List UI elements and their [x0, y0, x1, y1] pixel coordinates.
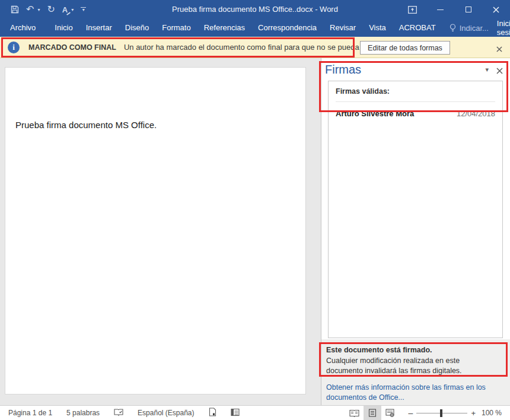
page-indicator[interactable]: Página 1 de 1: [8, 409, 52, 417]
list-divider: [336, 101, 495, 102]
edit-anyway-button[interactable]: Editar de todas formas: [360, 41, 450, 55]
minimize-button[interactable]: [426, 0, 454, 19]
ribbon-tab-row: Archivo Inicio Insertar Diseño Formato R…: [0, 19, 510, 37]
tab-vista[interactable]: Vista: [362, 19, 393, 37]
tab-inicio[interactable]: Inicio: [48, 19, 79, 37]
tab-archivo[interactable]: Archivo: [4, 19, 42, 37]
valid-signatures-header: Firmas válidas:: [336, 87, 495, 96]
status-right: – + 100 %: [346, 406, 510, 420]
panel-footer: Este documento está firmado. Cualquier m…: [321, 339, 510, 405]
panel-close-icon[interactable]: [496, 66, 503, 77]
maximize-button[interactable]: [454, 0, 482, 19]
tab-referencias[interactable]: Referencias: [197, 19, 251, 37]
word-count[interactable]: 5 palabras: [66, 409, 100, 417]
tab-insertar[interactable]: Insertar: [79, 19, 119, 37]
panel-title: Firmas: [325, 63, 361, 77]
ribbon-display-options-icon[interactable]: [399, 0, 426, 19]
tell-me-box[interactable]: Indicar...: [450, 24, 489, 33]
marked-as-final-banner: i MARCADO COMO FINAL Un autor ha marcado…: [0, 37, 510, 58]
status-bar: Página 1 de 1 5 palabras Español (España…: [0, 405, 510, 420]
print-layout-view-icon[interactable]: [364, 406, 381, 420]
panel-options-icon[interactable]: ▾: [485, 66, 489, 74]
zoom-out-button[interactable]: –: [409, 408, 413, 418]
zoom-slider[interactable]: [416, 406, 467, 420]
window-controls: [399, 0, 510, 19]
sign-in-button[interactable]: Iniciar sesión: [497, 19, 510, 37]
signed-notice-title: Este documento está firmado.: [326, 346, 503, 354]
zoom-in-button[interactable]: +: [471, 409, 476, 418]
banner-close-icon[interactable]: [496, 44, 502, 55]
signatures-panel: Firmas ▾ Firmas válidas: Arturo Silvestr…: [321, 58, 510, 405]
info-icon: i: [8, 42, 20, 53]
tell-me-label: Indicar...: [460, 24, 489, 33]
zoom-slider-thumb[interactable]: [440, 409, 442, 417]
signature-date: 12/04/2018: [457, 109, 495, 118]
read-mode-view-icon[interactable]: [346, 406, 364, 420]
banner-label: MARCADO COMO FINAL: [28, 43, 116, 52]
status-left: Página 1 de 1 5 palabras Español (España…: [0, 408, 240, 418]
banner-message: Un autor ha marcado el documento como fi…: [124, 43, 383, 52]
document-text: Prueba firma documento MS Office.: [15, 120, 157, 130]
signer-name: Arturo Silvestre Mora: [336, 109, 414, 118]
tab-diseno[interactable]: Diseño: [119, 19, 155, 37]
document-page[interactable]: Prueba firma documento MS Office.: [5, 67, 306, 394]
tab-formato[interactable]: Formato: [155, 19, 197, 37]
language-indicator[interactable]: Español (España): [138, 409, 194, 417]
main-area: Prueba firma documento MS Office. Firmas…: [0, 58, 510, 405]
word-window: ↶ ▾ ↻ A ▾ ▾ Prueba firma documento MS Of…: [0, 0, 510, 420]
tab-correspondencia[interactable]: Correspondencia: [251, 19, 323, 37]
close-window-button[interactable]: [482, 0, 510, 19]
signatures-status-icon[interactable]: [209, 408, 216, 418]
lightbulb-icon: [450, 24, 456, 32]
signatures-list: Firmas válidas: Arturo Silvestre Mora 12…: [328, 81, 503, 338]
learn-more-link[interactable]: Obtener más información sobre las firmas…: [326, 383, 486, 403]
zoom-level[interactable]: 100 %: [482, 409, 502, 417]
proofing-icon[interactable]: [114, 408, 123, 418]
signed-notice-body: Cualquier modificación realizada en este…: [326, 356, 497, 376]
web-layout-view-icon[interactable]: [381, 406, 399, 420]
tab-acrobat[interactable]: ACROBAT: [393, 19, 442, 37]
tab-revisar[interactable]: Revisar: [323, 19, 362, 37]
signature-row[interactable]: Arturo Silvestre Mora 12/04/2018: [336, 109, 495, 118]
permissions-icon[interactable]: [231, 408, 240, 418]
title-bar: ↶ ▾ ↻ A ▾ ▾ Prueba firma documento MS Of…: [0, 0, 510, 19]
